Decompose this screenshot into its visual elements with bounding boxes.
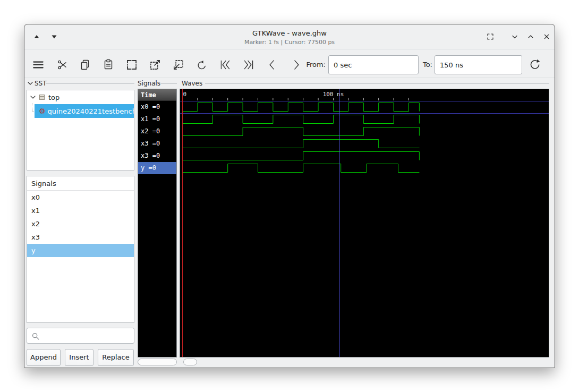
chevron-left-icon <box>266 58 279 72</box>
signal-list-item-x0[interactable]: x0 <box>27 191 134 204</box>
wave-row-x3[interactable]: x3 =0 <box>138 138 176 150</box>
cut-icon <box>56 58 69 71</box>
zoom-fit-icon <box>125 58 139 72</box>
skip-end-icon <box>242 58 256 72</box>
menu-icon <box>31 58 45 72</box>
fullscreen-button[interactable] <box>484 31 496 42</box>
to-label: To: <box>420 61 432 69</box>
append-button[interactable]: Append <box>27 349 61 366</box>
tree-row-top[interactable]: top <box>27 90 134 104</box>
tree-top-label: top <box>48 93 59 101</box>
chevron-up-icon <box>526 32 535 41</box>
from-input[interactable] <box>328 55 419 74</box>
gear-icon: ⚙ <box>39 107 46 115</box>
minimize-button[interactable] <box>509 31 521 42</box>
undo-icon <box>195 58 208 71</box>
marker-cursor-status: Marker: 1 fs | Cursor: 77500 ps <box>24 39 555 46</box>
shift-left-button[interactable] <box>265 57 280 72</box>
close-button[interactable] <box>541 31 552 42</box>
zoom-in-button[interactable] <box>148 57 163 72</box>
chevron-down-icon <box>510 32 520 41</box>
waves-label-text: Waves <box>182 80 202 87</box>
desktop: GTKWave - wave.ghw Marker: 1 fs | Cursor… <box>0 0 579 392</box>
cut-button[interactable] <box>55 57 70 72</box>
reload-button[interactable] <box>527 57 542 72</box>
skip-start-icon <box>218 58 232 72</box>
wave-row-x3-2[interactable]: x3 =0 <box>138 150 176 162</box>
module-icon <box>38 93 46 101</box>
maximize-button[interactable] <box>525 31 537 42</box>
signal-list-item-x2[interactable]: x2 <box>27 217 134 231</box>
fullscreen-icon <box>486 32 495 41</box>
expander-down-icon[interactable] <box>30 95 36 99</box>
waves-frame-rule <box>205 83 549 84</box>
wave-row-x0[interactable]: x0 =0 <box>138 101 176 113</box>
signal-search-box[interactable] <box>27 328 134 344</box>
copy-button[interactable] <box>78 57 92 72</box>
sst-frame-rule <box>46 83 134 84</box>
zoom-out-icon <box>172 58 185 72</box>
wave-signals-label-text: Signals <box>138 80 160 87</box>
reload-icon <box>528 58 542 72</box>
wave-row-y[interactable]: y =0 <box>138 162 176 174</box>
waves-panel[interactable]: 0100 ns <box>180 89 549 357</box>
wave-names-scrollbar[interactable] <box>138 359 177 365</box>
wave-row-x2[interactable]: x2 =0 <box>138 125 176 138</box>
toolbar: From: To: <box>24 50 555 78</box>
signal-source-header: Signals <box>27 176 134 191</box>
waves-svg: 0100 ns <box>180 89 549 357</box>
wave-names-panel: Time x0 =0 x1 =0 x2 =0 x3 =0 x3 =0 y =0 <box>138 89 177 357</box>
jump-to-start-button[interactable] <box>218 57 233 72</box>
signal-list-item-x3[interactable]: x3 <box>27 231 134 244</box>
copy-icon <box>79 58 91 71</box>
tree-testbench-label: quine20240221testbench <box>48 107 134 115</box>
waves-scrollbar[interactable] <box>180 359 549 365</box>
zoom-in-icon <box>148 58 162 72</box>
signal-list-item-y[interactable]: y <box>27 244 134 257</box>
time-column-header[interactable]: Time <box>138 89 176 101</box>
sst-pane-label: SST <box>28 80 47 87</box>
menu-button[interactable] <box>31 57 46 72</box>
from-label: From: <box>301 61 326 69</box>
svg-text:100 ns: 100 ns <box>323 91 344 98</box>
signal-list-item-x1[interactable]: x1 <box>27 204 134 217</box>
gtkwave-window: GTKWave - wave.ghw Marker: 1 fs | Cursor… <box>24 24 555 368</box>
main-content: SST Signals Waves top <box>24 79 555 368</box>
waves-pane-label: Waves <box>182 80 202 87</box>
collapse-chevron-icon[interactable] <box>28 81 33 86</box>
sst-tree: top ⚙ quine20240221testbench <box>27 90 134 171</box>
search-icon <box>31 331 40 341</box>
close-icon <box>542 32 551 41</box>
paste-icon <box>102 58 115 71</box>
replace-button[interactable]: Replace <box>98 349 134 366</box>
search-input[interactable] <box>42 329 132 343</box>
zoom-fit-button[interactable] <box>124 57 139 72</box>
window-title: GTKWave - wave.ghw <box>24 29 555 37</box>
sst-label-text: SST <box>35 80 47 87</box>
wave-signals-frame-rule <box>160 83 177 84</box>
insert-button[interactable]: Insert <box>65 349 93 366</box>
zoom-out-button[interactable] <box>171 57 186 72</box>
jump-to-end-button[interactable] <box>241 57 256 72</box>
undo-button[interactable] <box>194 57 209 72</box>
signal-source-panel: Signals x0 x1 x2 x3 y <box>27 176 134 323</box>
wave-signals-pane-label: Signals <box>138 80 160 87</box>
wave-row-x1[interactable]: x1 =0 <box>138 113 176 125</box>
titlebar[interactable]: GTKWave - wave.ghw Marker: 1 fs | Cursor… <box>24 24 555 50</box>
svg-text:0: 0 <box>183 91 187 98</box>
tree-row-testbench[interactable]: ⚙ quine20240221testbench <box>35 104 134 118</box>
paste-button[interactable] <box>101 57 116 72</box>
waves-scrollbar-thumb[interactable] <box>183 359 197 365</box>
to-input[interactable] <box>435 55 522 74</box>
